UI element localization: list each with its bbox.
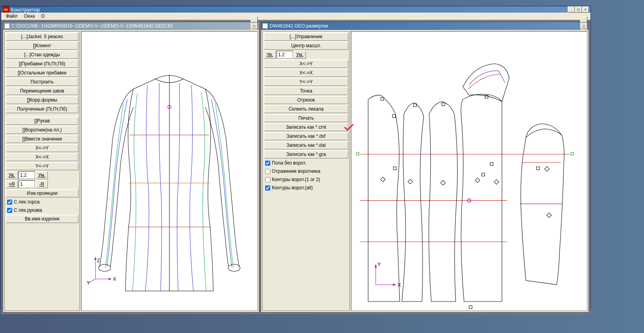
btn-sleeve[interactable]: []Рукав	[6, 117, 79, 125]
chk-collar-contours-all[interactable]	[265, 185, 270, 191]
svg-line-2	[183, 79, 205, 89]
svg-marker-14	[109, 278, 111, 280]
svg-rect-42	[547, 213, 552, 218]
btn-move-seams[interactable]: Перемещение швов	[6, 87, 79, 95]
btn-change-projection[interactable]: Изм.проекции	[6, 189, 79, 198]
svg-rect-35	[408, 179, 413, 184]
menu-windows[interactable]: Окна	[21, 13, 38, 20]
window-3d: C:\DOCUME~1\ADMIN\0016~1\DEMO-V~1\DEMO-V…	[3, 22, 259, 313]
app-icon: 3D	[3, 6, 9, 13]
zoom-out-button[interactable]: Ум.	[293, 50, 306, 59]
zoom-in-button[interactable]: Ув.	[6, 171, 18, 179]
svg-rect-33	[482, 173, 485, 176]
sub-minimize-button[interactable]: _	[580, 17, 587, 23]
r-input[interactable]	[18, 180, 35, 188]
chk-collar-reflection[interactable]	[265, 169, 270, 174]
chk-torso-patterns[interactable]	[7, 200, 12, 205]
left-control-panel: [...]Jacket. 5 peaces []Клиент [...]Стан…	[4, 31, 80, 311]
svg-text:X: X	[113, 276, 116, 282]
zoom-in-button[interactable]: Ув.	[264, 50, 276, 59]
svg-marker-13	[94, 257, 97, 260]
btn-print[interactable]: Печать	[264, 114, 349, 122]
btn-enter-values[interactable]: []Ввести значения	[6, 135, 79, 143]
sub-minimize-button[interactable]: _	[251, 17, 258, 23]
btn-yy[interactable]: Y<->Y	[6, 162, 79, 170]
btn-xy[interactable]: X<->Y	[6, 144, 79, 152]
sub-maximize-button[interactable]: □	[580, 23, 587, 29]
btn-yy[interactable]: Y<->Y	[264, 78, 349, 86]
btn-save-cmt[interactable]: Записать как *.cmt	[264, 123, 349, 131]
btn-save-dxf[interactable]: Записать как *.dxf	[264, 132, 349, 141]
svg-text:Y: Y	[87, 280, 90, 286]
svg-rect-24	[571, 152, 573, 155]
chk-collar-reflection-label[interactable]: Отражение воротника	[272, 168, 320, 174]
btn-center-scale[interactable]: Центр масшт.	[264, 41, 349, 50]
btn-garment-state[interactable]: [...]Стан одежды	[6, 50, 79, 59]
btn-allowances[interactable]: []Прибавки (Пг,Пт,Пб)	[6, 59, 79, 68]
minimize-button[interactable]: _	[568, 6, 575, 13]
chk-torso-patterns-label[interactable]: С лек.торса	[14, 199, 40, 205]
chk-no-collar-label[interactable]: Пола без ворот.	[272, 160, 306, 166]
chk-collar-contours-12[interactable]	[265, 177, 270, 182]
chk-no-collar[interactable]	[265, 161, 270, 166]
sub-maximize-button[interactable]: □	[251, 23, 258, 29]
btn-enter-product-name[interactable]: Вв.имя изделия	[6, 215, 79, 223]
btn-glue-patterns[interactable]: Склеить лекала	[264, 105, 349, 113]
maximize-button[interactable]: □	[575, 6, 582, 13]
btn-save-gra[interactable]: Записать как *.gra	[264, 150, 349, 159]
menu-file[interactable]: Файл	[3, 13, 21, 20]
svg-rect-38	[494, 179, 499, 184]
chk-collar-contours-12-label[interactable]: Контуры ворот.(1 or 2)	[272, 177, 320, 182]
svg-rect-26	[393, 115, 395, 117]
r-minus-button[interactable]: -R	[35, 180, 48, 189]
svg-line-1	[133, 79, 155, 89]
svg-rect-28	[442, 103, 445, 105]
zoom-input[interactable]	[277, 51, 293, 59]
svg-marker-46	[393, 283, 396, 286]
btn-save-dat[interactable]: Записать как *.dat	[264, 141, 349, 150]
btn-xy[interactable]: X<->Y	[264, 59, 349, 68]
btn-collar[interactable]: []Воротник(на пл.)	[6, 126, 79, 134]
svg-point-7	[99, 264, 111, 271]
menu-about[interactable]: О	[38, 13, 48, 20]
window-patterns-titlebar[interactable]: DW461642.GEO:развертки _ □ ×	[261, 22, 589, 30]
r-plus-button[interactable]: +R	[6, 180, 18, 189]
close-button[interactable]: ×	[582, 6, 589, 13]
zoom-input[interactable]	[18, 171, 35, 179]
main-titlebar[interactable]: 3D Конструктор _ □ ×	[1, 6, 590, 13]
canvas-patterns[interactable]: X Y	[351, 31, 587, 311]
main-window: 3D Конструктор _ □ × Файл Окна О C:\DOCU…	[1, 6, 591, 309]
svg-text:Y: Y	[377, 261, 381, 267]
svg-rect-36	[441, 180, 445, 185]
btn-point[interactable]: Точка	[264, 87, 349, 95]
chk-sleeve-patterns[interactable]	[7, 208, 12, 213]
btn-client[interactable]: []Клиент	[6, 41, 79, 50]
chk-sleeve-patterns-label[interactable]: С лек.рукава	[14, 207, 42, 213]
btn-jacket[interactable]: [...]Jacket. 5 peaces	[6, 32, 79, 41]
svg-text:X: X	[398, 282, 401, 288]
btn-other-allowances[interactable]: []Остальные прибавки	[6, 68, 79, 77]
svg-rect-34	[380, 177, 385, 182]
svg-rect-41	[544, 166, 549, 171]
document-icon	[4, 23, 10, 29]
svg-rect-25	[381, 97, 384, 100]
window-3d-titlebar[interactable]: C:\DOCUME~1\ADMIN\0016~1\DEMO-V~1\DEMO-V…	[3, 22, 259, 30]
svg-rect-31	[490, 163, 493, 165]
canvas-3d[interactable]: X Y Z	[81, 31, 258, 311]
btn-control[interactable]: [...]Управление	[264, 32, 349, 41]
document-icon	[262, 23, 268, 29]
mdi-area: C:\DOCUME~1\ADMIN\0016~1\DEMO-V~1\DEMO-V…	[1, 20, 590, 314]
chk-collar-contours-all-label[interactable]: Контуры ворот.(all)	[272, 185, 313, 191]
svg-marker-45	[375, 265, 377, 267]
btn-build[interactable]: Построить	[6, 78, 79, 86]
window-3d-title: C:\DOCUME~1\ADMIN\0016~1\DEMO-V~1\DEMO-V…	[11, 23, 251, 29]
btn-xx[interactable]: X<->X	[264, 68, 349, 77]
btn-obtained[interactable]: Полученные (Пг,Пт,Пб)	[6, 105, 79, 113]
svg-rect-30	[393, 167, 396, 170]
btn-corr-forms[interactable]: []Корр.формы	[6, 96, 79, 104]
svg-point-8	[228, 264, 240, 271]
btn-segment[interactable]: Отрезок	[264, 96, 349, 104]
zoom-out-button[interactable]: Ум.	[35, 171, 48, 179]
svg-rect-40	[537, 167, 539, 170]
btn-xx[interactable]: X<->X	[6, 153, 79, 161]
